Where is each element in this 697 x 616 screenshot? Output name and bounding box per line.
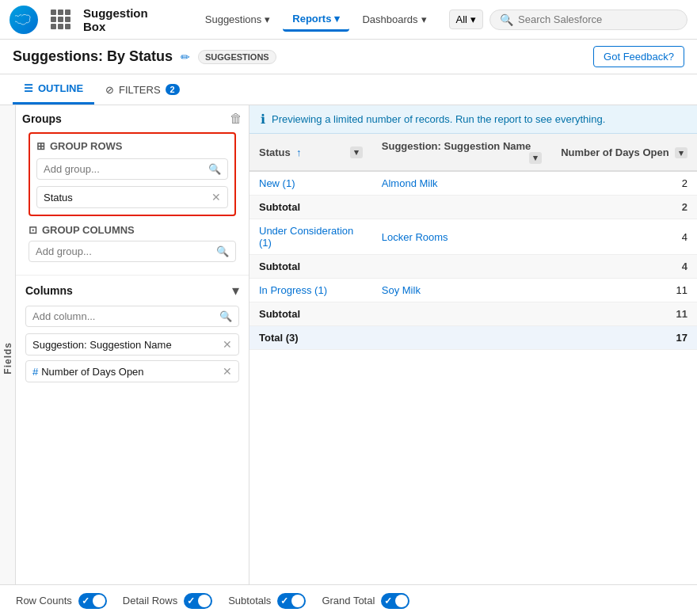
columns-dropdown-icon[interactable]: ▾: [232, 282, 239, 299]
cell-suggestion-name: Almond Milk: [372, 171, 551, 196]
chevron-down-icon: [470, 13, 476, 25]
remove-column-button[interactable]: ✕: [223, 365, 232, 378]
status-link[interactable]: Under Consideration (1): [259, 225, 353, 249]
outline-icon: ☰: [24, 82, 33, 94]
status-tag: Status ✕: [36, 186, 228, 208]
table-row: Under Consideration (1)Locker Rooms4: [249, 219, 697, 255]
search-input[interactable]: [518, 13, 677, 25]
tab-outline[interactable]: ☰ OUTLINE: [13, 74, 94, 105]
filter-button[interactable]: ▾: [350, 146, 363, 158]
tab-filters[interactable]: ⊘ FILTERS 2: [94, 76, 191, 104]
status-link[interactable]: In Progress (1): [259, 284, 327, 296]
table-row: In Progress (1)Soy Milk11: [249, 279, 697, 302]
feedback-button[interactable]: Got Feedback?: [593, 46, 684, 67]
filter-button[interactable]: ▾: [675, 147, 687, 158]
check-icon: ✓: [384, 595, 392, 606]
edit-icon[interactable]: ✏: [181, 51, 190, 63]
chevron-down-icon: [334, 13, 340, 25]
suggestion-link[interactable]: Soy Milk: [382, 284, 421, 296]
search-icon: 🔍: [208, 163, 221, 175]
cell-days-open: 2: [551, 171, 697, 196]
fields-panel[interactable]: Fields: [0, 105, 16, 610]
check-icon: ✓: [280, 595, 288, 606]
nav-dashboards[interactable]: Dashboards: [352, 9, 436, 30]
nav-links: Suggestions Reports Dashboards: [196, 8, 436, 32]
all-dropdown[interactable]: All: [449, 10, 483, 29]
cell-suggestion-name: [372, 196, 551, 219]
columns-header: Columns ▾: [25, 282, 239, 299]
column-tag-days-open: # Number of Days Open ✕: [25, 360, 239, 382]
detail-rows-toggle[interactable]: ✓: [184, 593, 212, 609]
status-link[interactable]: New (1): [259, 177, 295, 189]
chevron-down-icon: [265, 13, 270, 25]
suggestion-link[interactable]: Locker Rooms: [382, 231, 448, 243]
cell-days-open: 11: [551, 279, 697, 302]
cell-status: New (1): [249, 171, 372, 196]
group-columns-header: ⊡ GROUP COLUMNS: [29, 224, 236, 236]
page-header: Suggestions: By Status ✏ SUGGESTIONS Got…: [0, 40, 697, 74]
grand-total-toggle-group: Grand Total ✓: [322, 593, 409, 609]
cell-status: Subtotal: [249, 302, 372, 326]
row-counts-toggle[interactable]: ✓: [78, 593, 107, 609]
table-row: Subtotal2: [249, 196, 697, 219]
chevron-down-icon: [421, 13, 427, 25]
detail-rows-toggle-group: Detail Rows ✓: [123, 593, 212, 609]
groups-section: ⊞ GROUP ROWS 🔍 Status ✕: [29, 132, 236, 216]
header-suggestion-name: Suggestion: Suggestion Name ▾: [372, 134, 551, 171]
cell-days-open: 4: [551, 219, 697, 255]
cell-days-open: 4: [551, 255, 697, 279]
header-days-open: Number of Days Open ▾: [551, 134, 697, 171]
page-title: Suggestions: By Status: [13, 48, 173, 65]
status-remove-button[interactable]: ✕: [211, 191, 221, 203]
header-status: Status ↑ ▾: [249, 134, 372, 171]
cell-suggestion-name: Locker Rooms: [372, 219, 551, 255]
remove-column-button[interactable]: ✕: [223, 338, 232, 351]
add-column-field[interactable]: [32, 310, 219, 322]
main-layout: Fields Groups 🗑 ⊞ GROUP ROWS 🔍 Status: [0, 105, 697, 610]
add-group-field[interactable]: [44, 163, 208, 175]
cell-status: Under Consideration (1): [249, 219, 372, 255]
groups-delete-icon[interactable]: 🗑: [230, 112, 242, 126]
cell-days-open: 11: [551, 302, 697, 326]
right-panel: ℹ Previewing a limited number of records…: [249, 105, 697, 610]
search-wrapper: All 🔍: [449, 10, 687, 30]
top-navigation: Suggestion Box Suggestions Reports Dashb…: [0, 0, 697, 40]
grand-total-toggle[interactable]: ✓: [381, 593, 409, 609]
search-icon: 🔍: [500, 13, 513, 26]
check-icon: ✓: [82, 595, 90, 606]
page-badge: SUGGESTIONS: [198, 50, 276, 64]
search-icon: 🔍: [216, 245, 229, 257]
nav-reports[interactable]: Reports: [283, 8, 349, 32]
search-icon: 🔍: [219, 310, 232, 322]
sort-icon[interactable]: ↑: [296, 146, 302, 158]
columns-title: Columns: [25, 284, 73, 297]
grand-total-label: Grand Total: [322, 595, 375, 606]
table-header-row: Status ↑ ▾ Suggestion: Suggestion Name ▾…: [249, 134, 697, 171]
search-bar: 🔍: [489, 10, 687, 30]
cell-days-open: 2: [551, 196, 697, 219]
filter-button[interactable]: ▾: [529, 152, 542, 164]
cell-suggestion-name: [372, 326, 551, 350]
info-icon: ℹ: [261, 112, 265, 127]
row-counts-label: Row Counts: [16, 595, 72, 606]
grid-icon: ⊡: [29, 224, 37, 236]
column-tag-suggestion-name: Suggestion: Suggestion Name ✕: [25, 333, 239, 356]
hash-icon: #: [32, 366, 38, 378]
group-rows-icon: ⊞: [36, 140, 45, 152]
table-row: Subtotal4: [249, 255, 697, 279]
salesforce-logo: [10, 6, 38, 34]
cell-suggestion-name: [372, 255, 551, 279]
table-row: Subtotal11: [249, 302, 697, 326]
subtotals-label: Subtotals: [228, 595, 271, 606]
suggestion-link[interactable]: Almond Milk: [382, 177, 438, 189]
cell-suggestion-name: [372, 302, 551, 326]
bottom-bar: Row Counts ✓ Detail Rows ✓ Subtotals ✓ G…: [0, 584, 697, 616]
subtotals-toggle-group: Subtotals ✓: [228, 593, 306, 609]
info-message: Previewing a limited number of records. …: [272, 113, 605, 125]
cell-status: Total (3): [249, 326, 372, 350]
app-grid-icon[interactable]: [51, 10, 70, 29]
nav-suggestions[interactable]: Suggestions: [196, 9, 280, 30]
group-rows-header: ⊞ GROUP ROWS: [36, 140, 228, 152]
add-group-cols-field[interactable]: [36, 245, 216, 257]
subtotals-toggle[interactable]: ✓: [277, 593, 306, 609]
